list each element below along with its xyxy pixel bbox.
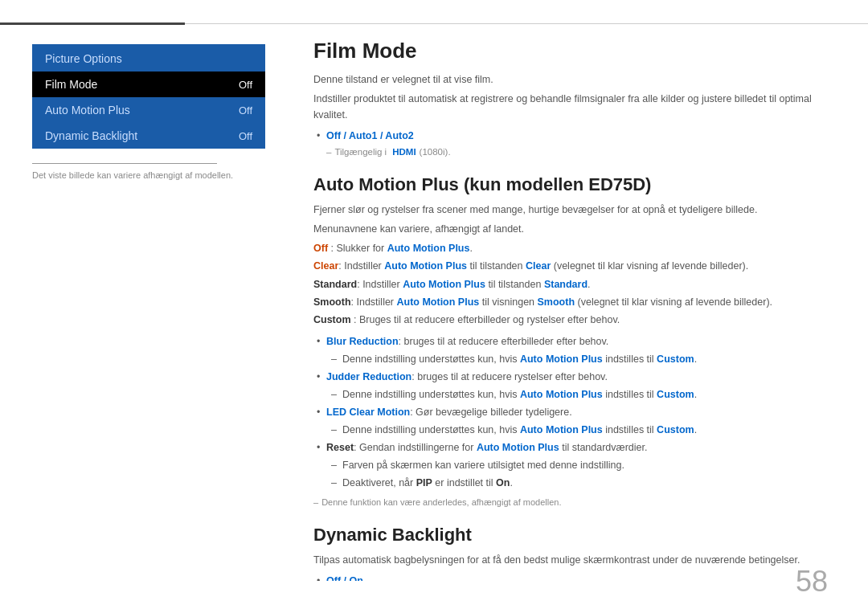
- film-mode-desc2: Indstiller produktet til automatisk at r…: [313, 91, 828, 123]
- judder-reduction-sub1: Denne indstilling understøttes kun, hvis…: [326, 386, 828, 403]
- film-mode-availability: Tilgængelig i HDMI(1080i).: [326, 147, 828, 157]
- menu-item-value-auto-motion-plus: Off: [239, 104, 252, 116]
- lcm-amp-ref: Auto Motion Plus: [520, 424, 603, 435]
- reset-label: Reset: [326, 442, 354, 453]
- smooth-highlight: Smooth: [313, 296, 351, 308]
- smooth-mode-ref: Smooth: [538, 296, 575, 308]
- menu-item-value-film-mode: Off: [239, 79, 252, 91]
- lcm-custom-ref: Custom: [657, 424, 694, 435]
- right-content: Film Mode Denne tilstand er velegnet til…: [313, 39, 828, 581]
- picture-options-box: Picture Options Film Mode Off Auto Motio…: [32, 44, 265, 149]
- blur-reduction-subs: Denne indstilling understøttes kun, hvis…: [326, 351, 828, 367]
- dynamic-backlight-options-item: Off / On: [313, 573, 828, 581]
- auto-motion-plus-title: Auto Motion Plus (kun modellen ED75D): [313, 174, 828, 195]
- menu-item-label-auto-motion-plus: Auto Motion Plus: [45, 104, 130, 116]
- standard-amp-ref: Auto Motion Plus: [403, 279, 485, 290]
- jr-amp-ref: Auto Motion Plus: [520, 389, 603, 400]
- br-custom-ref: Custom: [657, 353, 694, 365]
- auto-motion-plus-section: Auto Motion Plus (kun modellen ED75D) Fj…: [313, 174, 828, 507]
- led-clear-subs: Denne indstilling understøttes kun, hvis…: [326, 422, 828, 438]
- auto-motion-bullets: Blur Reduction: bruges til at reducere e…: [313, 333, 828, 491]
- film-mode-hdmi: HDMI: [392, 147, 416, 157]
- film-mode-title: Film Mode: [313, 39, 828, 63]
- reset-subs: Farven på skærmen kan variere utilsigtet…: [326, 457, 828, 491]
- blur-reduction-label: Blur Reduction: [326, 336, 399, 347]
- dynamic-backlight-options-highlight: Off / On: [326, 575, 363, 581]
- top-bar: [0, 22, 868, 24]
- reset-amp-ref: Auto Motion Plus: [477, 442, 559, 453]
- br-amp-ref: Auto Motion Plus: [520, 353, 603, 365]
- smooth-amp-ref: Auto Motion Plus: [397, 296, 480, 308]
- dynamic-backlight-options-list: Off / On: [313, 573, 828, 581]
- reset-item: Reset: Gendan indstillingerne for Auto M…: [313, 439, 828, 491]
- led-clear-motion-label: LED Clear Motion: [326, 407, 410, 418]
- auto-motion-plus-desc2: Menunavnene kan variere, afhængigt af la…: [313, 221, 828, 237]
- menu-item-value-dynamic-backlight: Off: [239, 130, 252, 142]
- left-panel-note: Det viste billede kan variere afhængigt …: [32, 170, 273, 180]
- blur-reduction-sub1: Denne indstilling understøttes kun, hvis…: [326, 351, 828, 367]
- left-panel: Picture Options Film Mode Off Auto Motio…: [32, 44, 273, 180]
- reset-pip-ref: PIP: [416, 477, 432, 488]
- page-number: 58: [796, 565, 828, 599]
- film-mode-desc1: Denne tilstand er velegnet til at vise f…: [313, 72, 828, 88]
- judder-reduction-subs: Denne indstilling understøttes kun, hvis…: [326, 386, 828, 403]
- left-panel-divider: [32, 163, 217, 164]
- standard-line: Standard: Indstiller Auto Motion Plus ti…: [313, 276, 828, 293]
- dynamic-backlight-title: Dynamic Backlight: [313, 525, 828, 546]
- blur-reduction-item: Blur Reduction: bruges til at reducere e…: [313, 333, 828, 367]
- picture-options-title: Picture Options: [32, 44, 265, 72]
- led-clear-sub1: Denne indstilling understøttes kun, hvis…: [326, 422, 828, 438]
- film-mode-options-list: Off / Auto1 / Auto2: [313, 128, 828, 144]
- led-clear-motion-item: LED Clear Motion: Gør bevægelige billede…: [313, 404, 828, 438]
- auto-motion-plus-desc1: Fjerner slør og rystelser fra scener med…: [313, 202, 828, 218]
- smooth-line: Smooth: Indstiller Auto Motion Plus til …: [313, 294, 828, 311]
- top-bar-right: [185, 23, 868, 24]
- menu-item-label-film-mode: Film Mode: [45, 78, 97, 91]
- reset-on-ref: On: [496, 477, 510, 488]
- dynamic-backlight-section: Dynamic Backlight Tilpas automatisk bagb…: [313, 525, 828, 581]
- film-mode-options-item: Off / Auto1 / Auto2: [313, 128, 828, 144]
- clear-line: Clear: Indstiller Auto Motion Plus til t…: [313, 258, 828, 275]
- custom-highlight: Custom: [313, 314, 351, 325]
- off-amp-ref: Auto Motion Plus: [387, 243, 470, 254]
- top-bar-left: [0, 22, 185, 25]
- clear-mode-ref: Clear: [526, 260, 551, 272]
- menu-item-dynamic-backlight[interactable]: Dynamic Backlight Off: [32, 123, 265, 149]
- clear-highlight: Clear: [313, 260, 338, 272]
- standard-highlight: Standard: [313, 279, 357, 290]
- menu-item-auto-motion-plus[interactable]: Auto Motion Plus Off: [32, 97, 265, 123]
- film-mode-options-highlight: Off / Auto1 / Auto2: [326, 130, 414, 141]
- jr-custom-ref: Custom: [657, 389, 694, 400]
- reset-sub1: Farven på skærmen kan variere utilsigtet…: [326, 457, 828, 473]
- judder-reduction-item: Judder Reduction: bruges til at reducere…: [313, 369, 828, 403]
- menu-item-film-mode[interactable]: Film Mode Off: [32, 72, 265, 97]
- custom-line: Custom : Bruges til at reducere efterbil…: [313, 312, 828, 329]
- judder-reduction-label: Judder Reduction: [326, 371, 411, 382]
- reset-sub2: Deaktiveret, når PIP er indstillet til O…: [326, 475, 828, 491]
- film-mode-section: Film Mode Denne tilstand er velegnet til…: [313, 39, 828, 157]
- auto-motion-footer-note: Denne funktion kan være anderledes, afhæ…: [313, 497, 828, 507]
- off-highlight: Off: [313, 243, 328, 254]
- clear-amp-ref: Auto Motion Plus: [384, 260, 467, 272]
- menu-item-label-dynamic-backlight: Dynamic Backlight: [45, 129, 137, 142]
- dynamic-backlight-desc1: Tilpas automatisk bagbelysningen for at …: [313, 552, 828, 568]
- off-line: Off : Slukker for Auto Motion Plus.: [313, 240, 828, 257]
- standard-mode-ref: Standard: [544, 279, 588, 290]
